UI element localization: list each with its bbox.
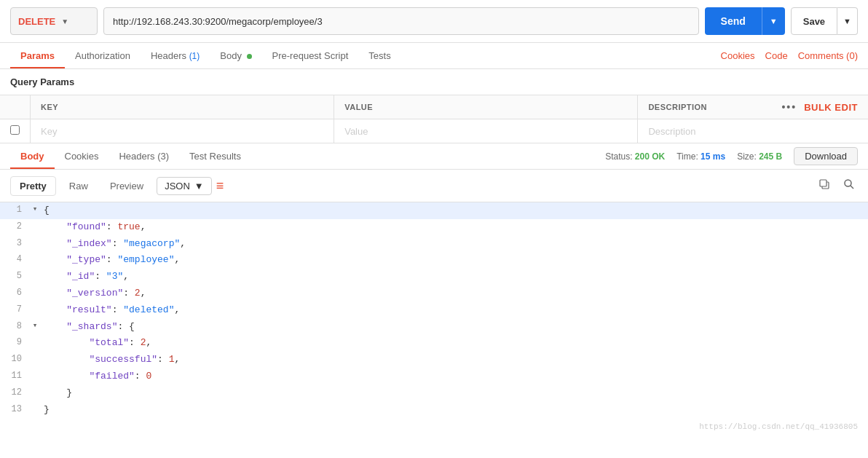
method-selector[interactable]: DELETE ▼ [10, 7, 98, 35]
code-area: 1 ▾ { 2 "found": true, 3 "_index": "mega… [0, 202, 868, 437]
comments-link[interactable]: Comments (0) [798, 50, 858, 61]
params-table: KEY VALUE DESCRIPTION ••• Bulk Edit Key … [0, 95, 868, 143]
line-toggle-8[interactable]: ▾ [29, 320, 41, 333]
svg-rect-1 [820, 180, 826, 186]
format-json-label: JSON [165, 181, 190, 192]
line-content-6: "_version": 2, [41, 286, 868, 301]
line-content-3: "_index": "megacorp", [41, 237, 868, 252]
th-checkbox [0, 95, 31, 119]
response-tab-headers[interactable]: Headers (3) [108, 143, 179, 169]
tab-prerequest[interactable]: Pre-request Script [262, 43, 359, 68]
cookies-link[interactable]: Cookies [721, 50, 755, 61]
top-bar: DELETE ▼ Send ▼ Save ▼ [0, 0, 868, 43]
format-json-select[interactable]: JSON ▼ [157, 177, 212, 195]
code-line-13: 13 } [0, 402, 868, 419]
body-dot [247, 54, 252, 59]
params-row-empty: Key Value Description [0, 119, 868, 143]
time-label: Time: 15 ms [676, 151, 725, 162]
row-checkbox[interactable] [0, 119, 31, 143]
line-content-12: } [41, 386, 868, 401]
url-input[interactable] [103, 7, 699, 35]
line-content-11: "failed": 0 [41, 369, 868, 384]
line-number-13: 13 [0, 403, 29, 416]
code-line-7: 7 "result": "deleted", [0, 302, 868, 319]
bulk-edit-button[interactable]: Bulk Edit [804, 102, 858, 113]
download-button[interactable]: Download [794, 147, 858, 165]
time-value: 15 ms [701, 151, 725, 162]
checkbox-input[interactable] [10, 125, 20, 135]
more-options-button[interactable]: ••• [781, 101, 797, 113]
code-line-2: 2 "found": true, [0, 219, 868, 236]
line-number-11: 11 [0, 369, 29, 383]
tab-params[interactable]: Params [10, 43, 65, 68]
line-content-4: "_type": "employee", [41, 253, 868, 268]
response-tab-body[interactable]: Body [10, 143, 55, 169]
format-bar: Pretty Raw Preview JSON ▼ ≡ [0, 170, 868, 202]
svg-line-3 [851, 186, 853, 189]
code-line-4: 4 "_type": "employee", [0, 252, 868, 269]
tabs-right-links: Cookies Code Comments (0) [721, 50, 858, 61]
line-content-10: "successful": 1, [41, 352, 868, 368]
watermark: https://blog.csdn.net/qq_41936805 [0, 418, 868, 437]
size-value: 245 B [759, 151, 782, 162]
format-tab-preview[interactable]: Preview [101, 177, 152, 195]
tab-authorization[interactable]: Authorization [65, 43, 141, 68]
line-number-10: 10 [0, 352, 29, 366]
query-params-header: Query Params [0, 69, 868, 95]
th-description: DESCRIPTION ••• Bulk Edit [638, 95, 868, 119]
line-content-9: "total": 2, [41, 336, 868, 351]
wrap-icon[interactable]: ≡ [216, 178, 224, 194]
status-area: Status: 200 OK Time: 15 ms Size: 245 B D… [605, 147, 858, 165]
search-icon[interactable] [840, 175, 858, 196]
line-number-12: 12 [0, 386, 29, 400]
line-content-7: "result": "deleted", [41, 303, 868, 318]
line-number-9: 9 [0, 336, 29, 350]
line-content-8: "_shards": { [41, 320, 868, 335]
desc-cell[interactable]: Description [638, 119, 868, 143]
code-line-9: 9 "total": 2, [0, 335, 868, 352]
format-json-arrow: ▼ [194, 181, 204, 192]
code-line-12: 12 } [0, 385, 868, 402]
tab-tests[interactable]: Tests [358, 43, 401, 68]
code-line-8: 8 ▾ "_shards": { [0, 319, 868, 336]
tab-body[interactable]: Body [210, 43, 261, 68]
line-number-3: 3 [0, 237, 29, 250]
tab-headers[interactable]: Headers (1) [141, 43, 210, 68]
line-content-5: "_id": "3", [41, 269, 868, 285]
value-cell[interactable]: Value [334, 119, 638, 143]
key-cell[interactable]: Key [31, 119, 334, 143]
save-button-group: Save ▼ [791, 7, 858, 35]
code-link[interactable]: Code [765, 50, 788, 61]
code-line-5: 5 "_id": "3", [0, 269, 868, 285]
response-tab-test-results[interactable]: Test Results [179, 143, 251, 169]
send-button[interactable]: Send [705, 7, 762, 35]
code-line-10: 10 "successful": 1, [0, 352, 868, 368]
line-content-13: } [41, 403, 868, 418]
format-tab-raw[interactable]: Raw [60, 177, 97, 195]
status-label: Status: 200 OK [605, 151, 665, 162]
line-number-4: 4 [0, 253, 29, 266]
format-tab-pretty[interactable]: Pretty [10, 176, 56, 196]
code-line-1: 1 ▾ { [0, 202, 868, 219]
save-dropdown-button[interactable]: ▼ [837, 7, 858, 35]
code-line-11: 11 "failed": 0 [0, 368, 868, 385]
response-tab-cookies[interactable]: Cookies [55, 143, 109, 169]
copy-icon[interactable] [816, 175, 833, 196]
svg-point-2 [845, 180, 851, 186]
status-value: 200 OK [635, 151, 665, 162]
line-number-1: 1 [0, 203, 29, 217]
line-number-8: 8 [0, 320, 29, 333]
headers-badge: (1) [189, 51, 200, 61]
response-tabs-bar: Body Cookies Headers (3) Test Results St… [0, 143, 868, 170]
line-number-6: 6 [0, 286, 29, 300]
format-bar-right [816, 175, 858, 196]
send-dropdown-button[interactable]: ▼ [762, 7, 785, 35]
code-line-3: 3 "_index": "megacorp", [0, 236, 868, 253]
line-toggle-1[interactable]: ▾ [29, 203, 41, 216]
save-button[interactable]: Save [791, 7, 837, 35]
th-value: VALUE [334, 95, 638, 119]
send-button-group: Send ▼ [705, 7, 785, 35]
line-number-2: 2 [0, 220, 29, 234]
request-tabs-bar: Params Authorization Headers (1) Body Pr… [0, 43, 868, 69]
response-section: Body Cookies Headers (3) Test Results St… [0, 143, 868, 437]
